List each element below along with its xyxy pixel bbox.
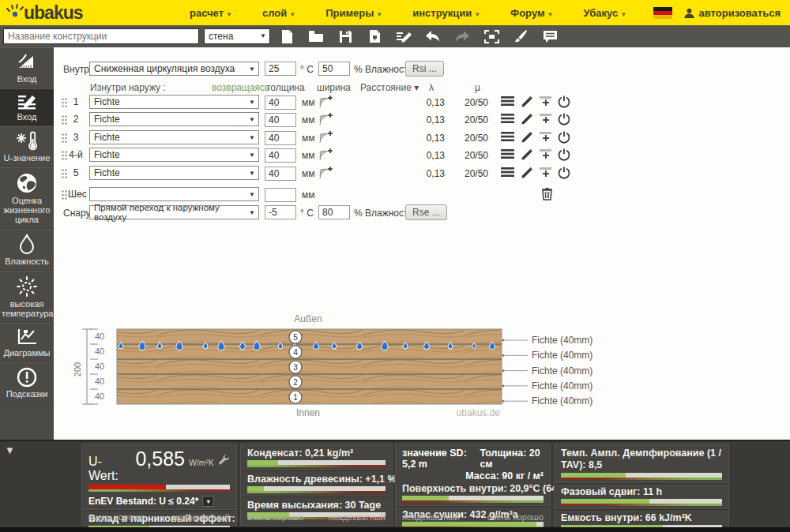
distance-header-dropdown[interactable]: Расстояние ▾ bbox=[360, 82, 419, 93]
material-select[interactable]: ▼ bbox=[89, 187, 259, 201]
toggle-layer-icon[interactable] bbox=[558, 131, 572, 145]
edit-layer-icon[interactable] bbox=[521, 148, 536, 163]
construction-type-select[interactable]: стена ▼ bbox=[204, 28, 270, 44]
sidebar-item-moisture[interactable]: Влажность bbox=[0, 229, 54, 271]
outside-humidity-input[interactable] bbox=[318, 205, 350, 219]
toggle-layer-icon[interactable] bbox=[558, 167, 572, 181]
layer-leader-lines bbox=[502, 339, 528, 403]
wood-grain-add-icon[interactable] bbox=[319, 148, 333, 161]
login-button[interactable]: авторизоваться bbox=[683, 7, 781, 19]
layer-menu-icon[interactable] bbox=[501, 167, 515, 181]
layer-menu-icon[interactable] bbox=[501, 131, 515, 145]
thickness-input[interactable] bbox=[265, 96, 296, 110]
wrench-icon[interactable] bbox=[218, 454, 230, 466]
sidebar-item-lifecycle[interactable]: Оценка жизненного цикла bbox=[0, 167, 54, 229]
brush-icon[interactable] bbox=[512, 28, 529, 45]
wood-grain-add-icon[interactable] bbox=[319, 112, 333, 126]
chevron-down-icon: ▼ bbox=[620, 11, 626, 18]
material-select[interactable]: Fichte▼ bbox=[89, 112, 259, 126]
delete-layer-icon[interactable] bbox=[541, 187, 555, 201]
edit-layer-icon[interactable] bbox=[521, 131, 536, 145]
edit-layer-icon[interactable] bbox=[521, 113, 536, 127]
insert-layer-icon[interactable] bbox=[539, 113, 553, 127]
sidebar-item-input-geometry[interactable]: Вход bbox=[0, 47, 54, 88]
outside-humidity-label: % Влажность bbox=[354, 208, 413, 219]
layer-number-circles[interactable]: 54321 bbox=[289, 331, 302, 403]
construction-name-input[interactable] bbox=[3, 28, 199, 44]
inside-climate-select[interactable]: Сниженная циркуляция воздуха▼ bbox=[89, 62, 259, 76]
menu-forum[interactable]: Форум▼ bbox=[510, 7, 553, 19]
pdf-export-icon[interactable] bbox=[366, 28, 383, 45]
globe-icon bbox=[16, 172, 38, 194]
undo-icon[interactable] bbox=[424, 28, 442, 45]
menu-ubakus[interactable]: Убакус▼ bbox=[583, 7, 626, 19]
thickness-input[interactable] bbox=[265, 167, 296, 181]
wood-grain-add-icon[interactable] bbox=[319, 166, 333, 179]
drag-handle-icon[interactable] bbox=[62, 190, 67, 200]
rsi-button[interactable]: Rsi ... bbox=[405, 61, 444, 77]
material-select[interactable]: Fichte▼ bbox=[89, 148, 259, 162]
insert-layer-icon[interactable] bbox=[539, 167, 553, 181]
menu-instructions[interactable]: инструкции▼ bbox=[412, 7, 480, 19]
user-icon bbox=[683, 7, 695, 19]
sidebar-item-hints[interactable]: Подсказки bbox=[0, 362, 54, 403]
wood-grain-add-icon[interactable] bbox=[319, 130, 333, 144]
german-flag-icon[interactable] bbox=[653, 7, 672, 19]
layer-editor: Внутри: Сниженная циркуляция воздуха▼ ° … bbox=[54, 47, 790, 440]
thickness-input[interactable] bbox=[265, 131, 296, 145]
menu-calculation[interactable]: расчет▼ bbox=[190, 7, 232, 19]
hint-exclamation-icon bbox=[17, 367, 37, 388]
redo-icon[interactable] bbox=[453, 28, 471, 45]
insert-layer-icon[interactable] bbox=[539, 148, 553, 163]
edit-layer-icon[interactable] bbox=[521, 167, 536, 181]
collapse-panel-icon[interactable]: ▼ bbox=[5, 444, 15, 456]
layer-menu-icon[interactable] bbox=[501, 96, 515, 110]
material-select[interactable]: Fichte▼ bbox=[89, 95, 259, 109]
sidebar-item-high-temperature[interactable]: высокая температура bbox=[0, 271, 54, 323]
edit-layers-icon[interactable] bbox=[395, 28, 412, 45]
comment-icon[interactable] bbox=[541, 28, 559, 45]
layer-menu-icon[interactable] bbox=[501, 113, 515, 127]
thickness-unit: мм bbox=[302, 189, 315, 200]
thickness-input[interactable] bbox=[265, 148, 296, 163]
sidebar-item-label: Вход bbox=[2, 74, 52, 84]
edit-layer-icon[interactable] bbox=[521, 96, 536, 110]
material-select[interactable]: Fichte▼ bbox=[89, 130, 259, 144]
material-select[interactable]: Fichte▼ bbox=[89, 166, 259, 180]
save-icon[interactable] bbox=[337, 28, 354, 45]
toggle-layer-icon[interactable] bbox=[558, 148, 572, 163]
inside-temperature-input[interactable] bbox=[265, 62, 296, 76]
sidebar-item-input-layers[interactable]: Вход bbox=[0, 88, 54, 126]
new-file-icon[interactable] bbox=[278, 28, 295, 45]
insert-layer-icon[interactable] bbox=[539, 131, 553, 145]
wood-grain-add-icon[interactable] bbox=[319, 95, 333, 108]
phase-shift-scale bbox=[561, 504, 722, 506]
toggle-layer-icon[interactable] bbox=[558, 96, 572, 110]
enev-dropdown-icon[interactable]: ▼ bbox=[202, 496, 214, 507]
sidebar-item-diagrams[interactable]: Диаграммы bbox=[0, 323, 54, 362]
chevron-down-icon: ▼ bbox=[249, 116, 255, 123]
sidebar-item-u-value[interactable]: U-значение bbox=[0, 126, 54, 167]
ubakus-logo[interactable]: ubakus bbox=[6, 2, 83, 24]
menu-examples[interactable]: Примеры▼ bbox=[325, 7, 382, 19]
thickness-input[interactable] bbox=[265, 113, 296, 127]
open-folder-icon[interactable] bbox=[307, 28, 325, 45]
direction-header: Изнутри наружу : bbox=[90, 82, 166, 93]
fullscreen-icon[interactable] bbox=[483, 28, 500, 45]
reverse-direction-link[interactable]: возвращаясь bbox=[212, 82, 269, 93]
ubakus-app: ubakus расчет▼ слой▼ Примеры▼ инструкции… bbox=[0, 0, 790, 532]
thickness-input[interactable] bbox=[265, 188, 296, 202]
inside-humidity-input[interactable] bbox=[318, 62, 350, 76]
menu-layer[interactable]: слой▼ bbox=[262, 7, 295, 19]
rse-button[interactable]: Rse ... bbox=[405, 204, 447, 220]
insert-layer-icon[interactable] bbox=[539, 96, 553, 110]
outside-temperature-input[interactable] bbox=[265, 205, 296, 219]
outside-climate-select[interactable]: Прямой переход к наружному воздуху▼ bbox=[89, 205, 259, 219]
inside-temp-unit: ° C bbox=[300, 64, 314, 75]
wood-cross-section[interactable] bbox=[117, 329, 502, 404]
layer-row: 5 Fichte▼ мм 0,13 20/50 bbox=[54, 166, 790, 182]
layer-menu-icon[interactable] bbox=[501, 148, 515, 163]
toggle-layer-icon[interactable] bbox=[558, 113, 572, 127]
construction-type-value: стена bbox=[209, 31, 233, 42]
empty-layer-row: Шес ▼ мм bbox=[54, 187, 790, 203]
